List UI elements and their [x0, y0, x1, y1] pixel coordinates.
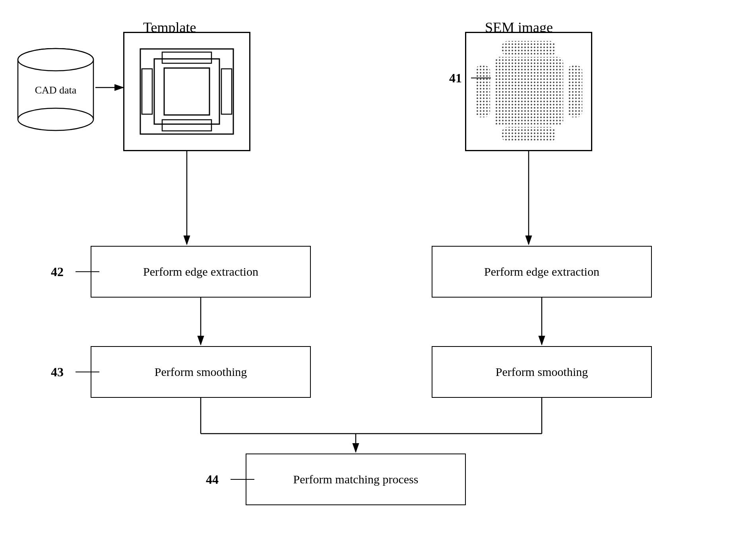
svg-rect-12 [142, 69, 152, 114]
sem-pattern [466, 33, 591, 150]
ref-label-43: 43 [51, 365, 64, 380]
smoothing-right-box: Perform smoothing [432, 346, 652, 398]
edge-extraction-right-box: Perform edge extraction [432, 246, 652, 298]
svg-rect-9 [164, 68, 209, 115]
ref-42-arrow [76, 268, 103, 276]
template-image-box [123, 32, 250, 151]
ref-44-arrow [231, 475, 258, 483]
diagram-container: Template SEM image CAD data [0, 0, 756, 547]
edge-extraction-left-box: Perform edge extraction [91, 246, 311, 298]
svg-rect-13 [221, 69, 232, 114]
svg-rect-14 [494, 57, 563, 126]
svg-rect-15 [502, 41, 555, 56]
ref-label-44: 44 [206, 472, 219, 487]
svg-rect-16 [502, 127, 555, 142]
cad-cylinder: CAD data [12, 44, 99, 131]
svg-rect-18 [567, 66, 582, 117]
template-pattern [124, 33, 249, 150]
ref-label-42: 42 [51, 265, 64, 279]
svg-text:CAD data: CAD data [35, 84, 77, 96]
matching-box: Perform matching process [246, 454, 466, 505]
svg-rect-11 [162, 120, 211, 131]
svg-point-4 [18, 108, 93, 130]
svg-rect-17 [475, 66, 490, 117]
sem-image-box [465, 32, 592, 151]
svg-point-5 [18, 49, 93, 71]
smoothing-left-box: Perform smoothing [91, 346, 311, 398]
ref-label-41: 41 [449, 71, 462, 86]
ref-41-arrow [471, 74, 495, 82]
ref-43-arrow [76, 368, 103, 376]
svg-rect-10 [162, 52, 211, 63]
